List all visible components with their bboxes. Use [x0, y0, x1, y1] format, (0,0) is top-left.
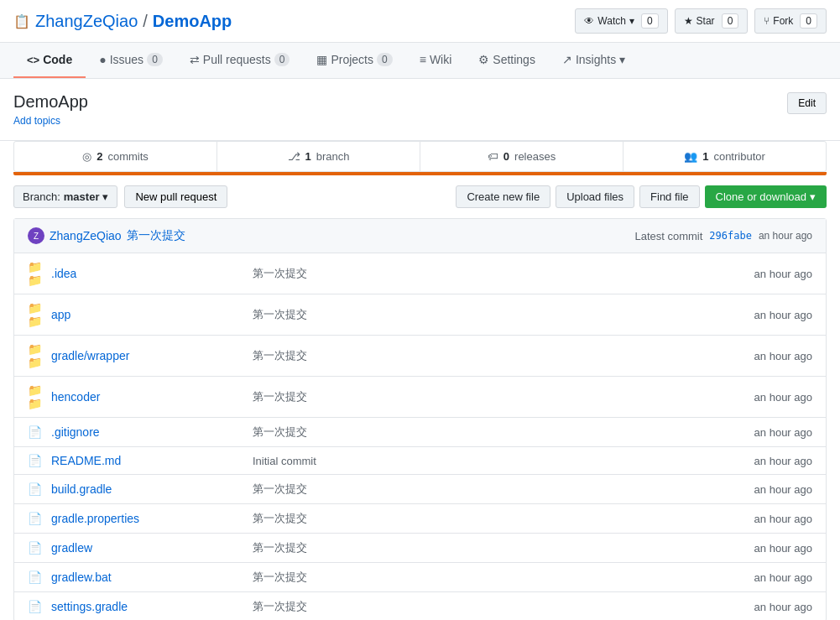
branches-label: branch	[316, 150, 350, 163]
branch-name: master	[64, 190, 100, 203]
create-file-button[interactable]: Create new file	[456, 185, 550, 208]
file-name-link[interactable]: gradlew	[51, 541, 236, 555]
issues-badge: 0	[147, 53, 163, 66]
file-time: an hour ago	[728, 350, 812, 362]
contributors-count: 1	[702, 150, 708, 163]
releases-stat[interactable]: 🏷 0 releases	[420, 142, 623, 171]
fork-count: 0	[800, 13, 817, 29]
file-commit-msg: 第一次提交	[236, 570, 728, 585]
folder-icon: 📁	[28, 342, 44, 369]
tab-pr-label: Pull requests	[203, 53, 271, 66]
branches-stat[interactable]: ⎇ 1 branch	[217, 142, 420, 171]
commits-label: commits	[107, 150, 148, 163]
star-label: Star	[697, 15, 715, 27]
commit-message-link[interactable]: 第一次提交	[127, 228, 185, 243]
file-time: an hour ago	[728, 309, 812, 321]
file-name-link[interactable]: build.gradle	[51, 482, 236, 496]
folder-icon: 📁	[28, 260, 44, 287]
tab-insights[interactable]: ↗ Insights ▾	[549, 43, 639, 78]
file-name-link[interactable]: hencoder	[51, 390, 236, 404]
clone-download-button[interactable]: Clone or download ▾	[705, 185, 827, 208]
code-icon: <>	[27, 54, 39, 66]
wiki-icon: ≡	[420, 53, 426, 66]
tab-wiki[interactable]: ≡ Wiki	[406, 43, 466, 78]
toolbar-right: Create new file Upload files Find file C…	[456, 185, 827, 208]
star-count: 0	[722, 13, 739, 29]
file-commit-msg: 第一次提交	[236, 425, 728, 440]
file-name-link[interactable]: gradle.properties	[51, 512, 236, 525]
pr-icon: ⇄	[190, 53, 200, 66]
file-icon: 📄	[28, 541, 44, 555]
branches-count: 1	[305, 150, 311, 163]
star-button[interactable]: ★ Star 0	[675, 8, 749, 34]
file-commit-msg: 第一次提交	[236, 389, 728, 404]
table-row: 📄 gradlew 第一次提交 an hour ago	[14, 534, 826, 563]
file-name-link[interactable]: settings.gradle	[51, 600, 236, 613]
find-file-button[interactable]: Find file	[639, 185, 700, 208]
contributors-stat[interactable]: 👥 1 contributor	[623, 142, 826, 171]
file-icon: 📄	[28, 512, 44, 525]
file-time: an hour ago	[728, 513, 812, 525]
tab-issues-label: Issues	[110, 53, 143, 66]
tag-icon: 🏷	[488, 150, 498, 163]
tab-projects[interactable]: ▦ Projects 0	[303, 43, 405, 78]
branch-chevron-icon: ▾	[102, 190, 108, 203]
add-topics-link[interactable]: Add topics	[13, 115, 88, 127]
commit-author-link[interactable]: ZhangZeQiao	[50, 229, 122, 242]
owner-link[interactable]: ZhangZeQiao	[35, 12, 138, 31]
tab-code-label: Code	[43, 53, 72, 66]
tab-code[interactable]: <> Code	[13, 43, 86, 78]
watch-label: Watch	[597, 15, 626, 27]
branch-selector[interactable]: Branch: master ▾	[13, 185, 117, 208]
releases-label: releases	[514, 150, 556, 163]
watch-count: 0	[641, 13, 659, 29]
insights-chevron-icon: ▾	[619, 53, 625, 66]
commit-hash-link[interactable]: 296fabe	[709, 230, 752, 242]
file-commit-msg: 第一次提交	[236, 482, 728, 497]
insights-icon: ↗	[562, 53, 572, 66]
header-actions: 👁 Watch ▾ 0 ★ Star 0 ⑂ Fork 0	[575, 8, 827, 34]
tab-pull-requests[interactable]: ⇄ Pull requests 0	[176, 43, 304, 78]
file-name-link[interactable]: gradlew.bat	[51, 571, 236, 584]
repo-type-icon: 📋	[13, 13, 30, 29]
table-row: 📄 gradle.properties 第一次提交 an hour ago	[14, 504, 826, 534]
file-name-link[interactable]: app	[51, 308, 236, 321]
clone-label: Clone or download	[716, 190, 806, 203]
edit-button[interactable]: Edit	[787, 92, 827, 114]
commits-stat[interactable]: ◎ 2 commits	[14, 142, 217, 171]
file-icon: 📄	[28, 482, 44, 496]
avatar: Z	[28, 227, 44, 244]
pr-badge: 0	[274, 53, 290, 66]
tab-settings[interactable]: ⚙ Settings	[465, 43, 549, 78]
fork-button[interactable]: ⑂ Fork 0	[754, 8, 827, 34]
table-row: 📁 hencoder 第一次提交 an hour ago	[14, 377, 826, 418]
contributors-icon: 👥	[684, 150, 697, 163]
file-icon: 📄	[28, 425, 44, 439]
file-commit-msg: 第一次提交	[236, 307, 728, 322]
file-table: Z ZhangZeQiao 第一次提交 Latest commit 296fab…	[13, 218, 827, 620]
file-time: an hour ago	[728, 571, 812, 584]
commit-author: Z ZhangZeQiao 第一次提交	[28, 227, 185, 244]
latest-commit-prefix: Latest commit	[634, 230, 702, 242]
tab-issues[interactable]: ● Issues 0	[86, 43, 176, 78]
file-name-link[interactable]: .idea	[51, 267, 236, 280]
commits-icon: ◎	[82, 150, 91, 163]
file-icon: 📄	[28, 571, 44, 584]
upload-files-button[interactable]: Upload files	[556, 185, 634, 208]
tab-insights-label: Insights	[576, 53, 616, 66]
new-pr-button[interactable]: New pull request	[124, 185, 227, 208]
repo-meta-left: DemoApp Add topics	[13, 92, 88, 127]
tab-settings-label: Settings	[493, 53, 535, 66]
file-time: an hour ago	[728, 426, 812, 439]
file-name-link[interactable]: .gitignore	[51, 425, 236, 439]
chevron-down-icon: ▾	[629, 15, 634, 27]
eye-icon: 👁	[584, 15, 594, 27]
file-table-header: Z ZhangZeQiao 第一次提交 Latest commit 296fab…	[14, 219, 826, 253]
table-row: 📄 gradlew.bat 第一次提交 an hour ago	[14, 563, 826, 592]
star-icon: ★	[684, 15, 693, 27]
watch-button[interactable]: 👁 Watch ▾ 0	[575, 8, 667, 34]
file-name-link[interactable]: gradle/wrapper	[51, 349, 236, 362]
table-row: 📄 settings.gradle 第一次提交 an hour ago	[14, 592, 826, 620]
repo-link[interactable]: DemoApp	[153, 12, 232, 31]
file-name-link[interactable]: README.md	[51, 454, 236, 467]
